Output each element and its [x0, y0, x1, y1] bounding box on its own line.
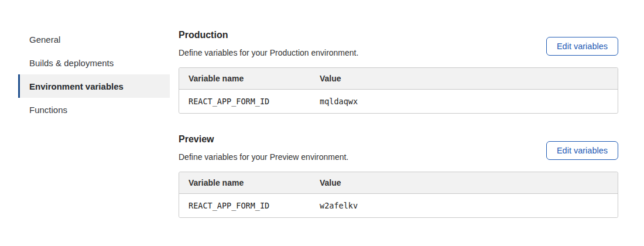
sidebar-item-general[interactable]: General: [18, 28, 170, 51]
environment-variables-content: Production Define variables for your Pro…: [179, 29, 618, 218]
sidebar-item-label: Functions: [29, 105, 67, 115]
cell-variable-value: mqldaqwx: [320, 97, 618, 106]
table-header-variable-name: Variable name: [179, 178, 320, 187]
sidebar-item-label: Builds & deployments: [29, 58, 114, 68]
table-row: REACT_APP_FORM_ID mqldaqwx: [179, 90, 618, 113]
table-row: REACT_APP_FORM_ID w2afelkv: [179, 194, 618, 217]
sidebar-item-builds-deployments[interactable]: Builds & deployments: [18, 51, 170, 74]
production-section: Production Define variables for your Pro…: [179, 29, 618, 114]
sidebar-item-functions[interactable]: Functions: [18, 98, 170, 121]
cell-variable-value: w2afelkv: [320, 201, 618, 210]
cell-variable-name: REACT_APP_FORM_ID: [179, 201, 320, 210]
table-header-value: Value: [320, 178, 618, 187]
preview-section: Preview Define variables for your Previe…: [179, 134, 618, 218]
sidebar-item-label: General: [29, 35, 60, 45]
settings-page: General Builds & deployments Environment…: [0, 0, 644, 246]
cell-variable-name: REACT_APP_FORM_ID: [179, 97, 320, 106]
preview-edit-variables-button[interactable]: Edit variables: [546, 141, 618, 160]
production-variables-table: Variable name Value REACT_APP_FORM_ID mq…: [179, 67, 618, 114]
preview-variables-table: Variable name Value REACT_APP_FORM_ID w2…: [179, 172, 618, 218]
table-header-row: Variable name Value: [179, 172, 618, 194]
table-header-value: Value: [320, 74, 618, 83]
sidebar-item-label: Environment variables: [29, 81, 124, 91]
production-edit-variables-button[interactable]: Edit variables: [546, 37, 618, 56]
settings-sidebar: General Builds & deployments Environment…: [18, 28, 170, 121]
table-header-variable-name: Variable name: [179, 74, 320, 83]
table-header-row: Variable name Value: [179, 68, 618, 90]
sidebar-item-environment-variables[interactable]: Environment variables: [18, 74, 170, 98]
